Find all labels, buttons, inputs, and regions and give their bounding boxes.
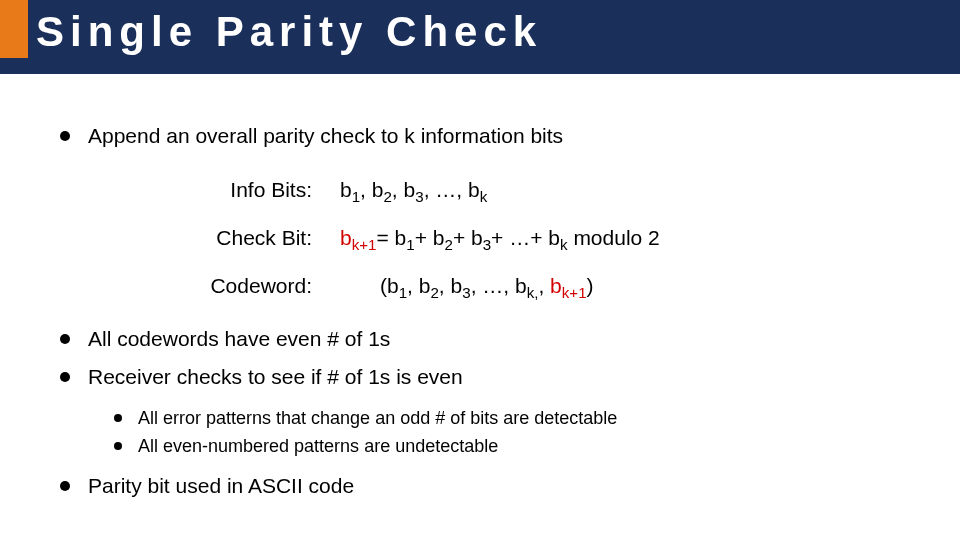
sep: , [392,178,404,201]
title-bar: Single Parity Check [0,0,960,74]
slide-title: Single Parity Check [36,8,542,56]
bullet-dot-icon [114,442,122,450]
bullet-dot-icon [60,334,70,344]
def-value: b1, b2, b3, …, bk [340,176,910,208]
sub-2: 2 [383,189,391,206]
sym-b: b [471,226,483,249]
sym-b-red: bk+1 [550,274,586,297]
bullet-text: Receiver checks to see if # of 1s is eve… [88,363,463,391]
bullet-receiver: Receiver checks to see if # of 1s is eve… [60,363,910,391]
sym-b: b [433,226,445,249]
sym-b: b [548,226,560,249]
sub-k: k [480,189,488,206]
bullet-dot-icon [60,372,70,382]
plus: + [415,226,433,249]
sym-b: b [340,226,352,249]
sym-b: b [372,178,384,201]
plus-ellipsis: + …+ [491,226,548,249]
sym-b: b [515,274,527,297]
sym-b: b [395,226,407,249]
sym-b-red: bk+1 [340,226,376,249]
sub-kcomma: k, [527,284,539,301]
def-label: Codeword: [60,272,340,304]
sub-3: 3 [462,284,470,301]
eq: = [376,226,394,249]
def-label: Info Bits: [60,176,340,208]
content-area: Append an overall parity check to k info… [0,74,960,501]
bullet-append: Append an overall parity check to k info… [60,122,910,150]
paren-open: ( [380,274,387,297]
bullet-ascii: Parity bit used in ASCII code [60,472,910,500]
plus: + [453,226,471,249]
sep: , [439,274,451,297]
modulo-text: modulo 2 [568,226,660,249]
def-check-bit: Check Bit: bk+1= b1+ b2+ b3+ …+ bk modul… [60,224,910,256]
bullet-even: All codewords have even # of 1s [60,325,910,353]
sep: , [407,274,419,297]
bullet-dot-icon [114,414,122,422]
ellipsis: , …, [471,274,515,297]
bullet-dot-icon [60,481,70,491]
sym-b: b [387,274,399,297]
sub-bullet-odd: All error patterns that change an odd # … [114,406,910,430]
definitions-block: Info Bits: b1, b2, b3, …, bk Check Bit: … [60,176,910,303]
sub-3: 3 [483,236,491,253]
def-value: bk+1= b1+ b2+ b3+ …+ bk modulo 2 [340,224,910,256]
sub-kplus1: k+1 [352,236,377,253]
sub-2: 2 [444,236,452,253]
bullet-text: All even-numbered patterns are undetecta… [138,434,498,458]
bullet-dot-icon [60,131,70,141]
sym-b: b [451,274,463,297]
sub-bullet-even: All even-numbered patterns are undetecta… [114,434,910,458]
sym-b: b [468,178,480,201]
ellipsis: , …, [424,178,468,201]
sep: , [360,178,372,201]
paren-close: ) [587,274,594,297]
sub-kplus1: k+1 [562,284,587,301]
sym-b: b [404,178,416,201]
sub-3: 3 [415,189,423,206]
def-info-bits: Info Bits: b1, b2, b3, …, bk [60,176,910,208]
sym-b: b [419,274,431,297]
sub-1: 1 [406,236,414,253]
bullet-text: All codewords have even # of 1s [88,325,390,353]
sub-1: 1 [352,189,360,206]
def-codeword: Codeword: (b1, b2, b3, …, bk,, bk+1) [60,272,910,304]
bullet-text: Parity bit used in ASCII code [88,472,354,500]
sub-2: 2 [430,284,438,301]
def-value: (b1, b2, b3, …, bk,, bk+1) [340,272,910,304]
sub-1: 1 [399,284,407,301]
sym-b: b [550,274,562,297]
sym-b: b [340,178,352,201]
sub-k: k [560,236,568,253]
sep: , [538,274,550,297]
bullet-text: Append an overall parity check to k info… [88,122,563,150]
bullet-text: All error patterns that change an odd # … [138,406,617,430]
def-label: Check Bit: [60,224,340,256]
title-accent [0,0,28,58]
